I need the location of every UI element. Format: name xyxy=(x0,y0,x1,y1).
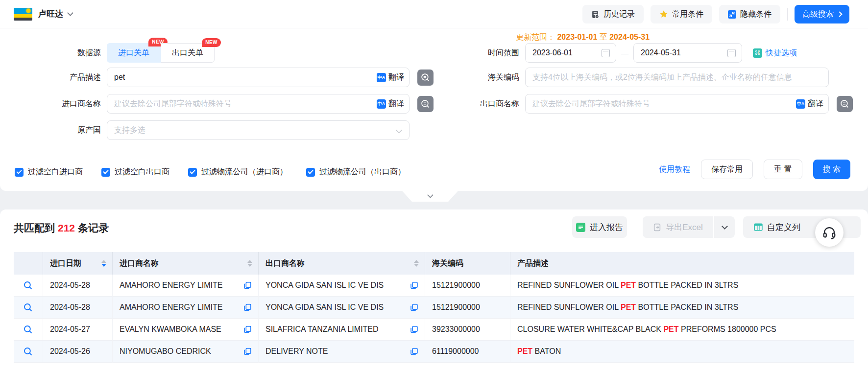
table-row: 2024-05-27 EVALYN KWAMBOKA MASE SILAFRIC… xyxy=(14,319,854,341)
hs-code-row: 海关编码 xyxy=(431,68,829,87)
export-icon xyxy=(653,223,661,232)
product-desc-field: 中A 翻译 xyxy=(107,68,410,87)
filter-blank-exporter[interactable]: 过滤空白出口商 xyxy=(101,167,169,177)
desc-keyword: PET xyxy=(663,325,678,334)
importer-name: EVALYN KWAMBOKA MASE xyxy=(120,325,221,334)
support-headset-button[interactable] xyxy=(815,218,844,247)
chevron-down-icon xyxy=(722,223,728,230)
header-import-date[interactable]: 进口日期 xyxy=(43,252,113,275)
filter-checkboxes: 过滤空白进口商 过滤空白出口商 过滤物流公司（进口商） 过滤物流公司（出口商） xyxy=(15,167,406,177)
match-mode-icon xyxy=(421,99,430,109)
reset-button[interactable]: 重 置 xyxy=(764,160,802,179)
match-mode-icon xyxy=(840,99,849,109)
match-mode-icon xyxy=(421,73,430,82)
history-label: 历史记录 xyxy=(603,9,635,20)
sort-control[interactable] xyxy=(414,260,419,267)
exporter-cell: YONCA GIDA SAN ISL IC VE DIS xyxy=(259,275,425,297)
magnifier-detail-icon[interactable] xyxy=(24,303,33,312)
date-cell: 2024-05-28 xyxy=(43,297,113,319)
product-desc-input[interactable] xyxy=(107,68,409,87)
advanced-search-button[interactable]: 高级搜索 xyxy=(795,5,849,23)
date-cell: 2024-05-28 xyxy=(43,275,113,297)
date-dash: — xyxy=(621,49,628,57)
tab-export-label: 出口关单 xyxy=(172,48,203,58)
header-product-desc: 产品描述 xyxy=(510,252,854,275)
result-summary: 共匹配到212条记录 xyxy=(14,221,109,235)
history-button[interactable]: 历史记录 xyxy=(582,5,644,23)
exporter-input[interactable] xyxy=(526,94,828,113)
favorites-button[interactable]: 常用条件 xyxy=(651,5,712,23)
tab-import-declaration[interactable]: 进口关单 NEW xyxy=(107,43,161,63)
search-button[interactable]: 搜 索 xyxy=(813,160,850,179)
translate-button[interactable]: 中A 翻译 xyxy=(374,68,404,87)
filter-blank-importer[interactable]: 过滤空白进口商 xyxy=(15,167,83,177)
translate-icon: 中A xyxy=(377,73,386,82)
tutorial-link[interactable]: 使用教程 xyxy=(659,164,690,175)
translate-button[interactable]: 中A 翻译 xyxy=(374,94,404,113)
product-desc-row: 产品描述 中A 翻译 xyxy=(0,68,434,87)
date-to-input[interactable] xyxy=(634,44,742,62)
copy-icon[interactable] xyxy=(410,326,418,333)
hs-code-cell: 39233000000 xyxy=(425,319,510,341)
hs-code-cell: 61119000000 xyxy=(425,341,510,363)
table-header-row: 进口日期 进口商名称 出口商名称 海关编码 产品描述 xyxy=(14,252,854,275)
exporter-row: 出口商名称 中A 翻译 xyxy=(431,94,853,114)
collapse-panel-tab[interactable] xyxy=(402,190,458,202)
origin-input[interactable] xyxy=(107,121,409,139)
filter-logistics-importer[interactable]: 过滤物流公司（进口商） xyxy=(188,167,288,177)
sort-control[interactable] xyxy=(101,260,106,267)
copy-icon[interactable] xyxy=(244,282,251,289)
date-cell: 2024-05-27 xyxy=(43,319,113,341)
calendar-icon xyxy=(602,49,610,57)
columns-icon xyxy=(754,223,763,232)
magnifier-detail-icon[interactable] xyxy=(24,347,33,356)
copy-icon[interactable] xyxy=(244,326,251,333)
sort-control[interactable] xyxy=(247,260,252,267)
desc-text: REFINED SUNFLOWER OIL xyxy=(517,281,621,290)
header-importer[interactable]: 进口商名称 xyxy=(113,252,259,275)
quick-options-link[interactable]: ⌘ 快捷选项 xyxy=(753,48,797,58)
translate-button[interactable]: 中A 翻译 xyxy=(793,94,823,113)
magnifier-detail-icon[interactable] xyxy=(24,281,33,290)
save-favorite-button[interactable]: 保存常用 xyxy=(701,160,753,179)
export-dropdown-button[interactable] xyxy=(714,216,735,238)
importer-cell: NIYOMUGABO CEDRICK xyxy=(113,341,259,363)
filter-logistics-exporter[interactable]: 过滤物流公司（出口商） xyxy=(306,167,406,177)
copy-icon[interactable] xyxy=(410,304,418,311)
top-bar: 卢旺达 历史记录 常用条件 隐藏条件 高级搜索 xyxy=(0,0,868,28)
copy-icon[interactable] xyxy=(244,304,251,311)
country-selector[interactable]: 卢旺达 xyxy=(38,8,72,20)
exporter-name: SILAFRICA TANZANIA LIMITED xyxy=(265,325,379,334)
product-desc-cell: REFINED SUNFLOWER OIL PET BOTTLE PACKED … xyxy=(510,275,854,297)
copy-icon[interactable] xyxy=(410,282,418,289)
hide-conditions-button[interactable]: 隐藏条件 xyxy=(719,5,780,23)
exact-match-toggle[interactable] xyxy=(837,96,853,112)
hs-code-input[interactable] xyxy=(526,68,828,87)
magnifier-detail-icon[interactable] xyxy=(24,325,33,334)
importer-input[interactable] xyxy=(107,94,409,113)
filter-label: 过滤物流公司（进口商） xyxy=(201,167,288,177)
tab-export-declaration[interactable]: 出口关单 NEW xyxy=(161,43,215,63)
origin-row: 原产国 xyxy=(0,120,410,140)
update-range-to: 2024-05-31 xyxy=(609,33,650,41)
export-excel-button[interactable]: 导出Excel xyxy=(643,216,713,238)
filter-label: 过滤物流公司（出口商） xyxy=(319,167,406,177)
desc-text: BATON xyxy=(532,347,561,356)
form-actions: 使用教程 保存常用 重 置 搜 索 xyxy=(659,160,850,179)
filter-label: 过滤空白进口商 xyxy=(28,167,83,177)
date-to-field xyxy=(633,43,742,63)
copy-icon[interactable] xyxy=(410,348,418,355)
hs-code-cell: 15121900000 xyxy=(425,275,510,297)
calendar-icon xyxy=(727,49,736,57)
divider xyxy=(787,8,788,21)
detail-cell xyxy=(14,275,43,297)
enter-report-button[interactable]: 进入报告 xyxy=(572,216,627,238)
desc-keyword: PET xyxy=(517,347,532,356)
enter-report-label: 进入报告 xyxy=(590,222,623,233)
origin-select[interactable] xyxy=(107,120,410,140)
exporter-label: 出口商名称 xyxy=(431,99,519,109)
hs-code-cell: 15121900000 xyxy=(425,297,510,319)
header-exporter[interactable]: 出口商名称 xyxy=(259,252,425,275)
favorites-label: 常用条件 xyxy=(672,9,703,20)
copy-icon[interactable] xyxy=(244,348,251,355)
